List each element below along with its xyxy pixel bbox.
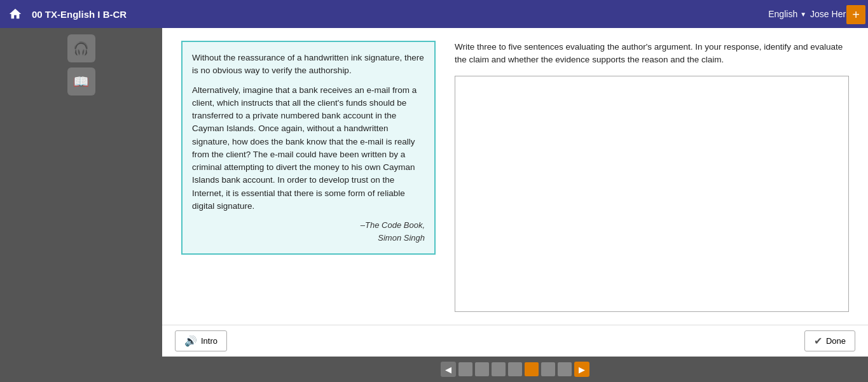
pagination-dot-2[interactable]: [492, 362, 506, 376]
dictionary-button[interactable]: 📖: [67, 67, 95, 96]
passage-attribution: –The Code Book, Simon Singh: [192, 219, 425, 244]
done-button[interactable]: ✔ Done: [804, 330, 855, 351]
check-icon: ✔: [814, 335, 822, 347]
done-label: Done: [826, 336, 846, 346]
reading-passage: Without the reassurance of a handwritten…: [181, 41, 436, 312]
prompt-instruction: Write three to five sentences evaluating…: [455, 41, 849, 67]
attribution-line1: –The Code Book,: [192, 219, 425, 232]
pagination-bar: ◀ ▶: [162, 357, 868, 382]
passage-paragraph2: Alternatively, imagine that a bank recei…: [192, 84, 425, 213]
language-selector[interactable]: English ▼: [768, 9, 806, 19]
pagination-dot-0[interactable]: [458, 362, 472, 376]
writing-prompt: Write three to five sentences evaluating…: [455, 41, 849, 312]
attribution-line2: Simon Singh: [192, 232, 425, 244]
passage-paragraph1: Without the reassurance of a handwritten…: [192, 52, 425, 78]
response-textarea[interactable]: [455, 76, 849, 313]
pagination-dot-3[interactable]: [508, 362, 522, 376]
plus-button[interactable]: +: [846, 5, 865, 24]
pagination-dot-1[interactable]: [475, 362, 489, 376]
pagination-dot-5[interactable]: [541, 362, 555, 376]
content-area: Without the reassurance of a handwritten…: [162, 28, 868, 382]
home-icon[interactable]: [6, 5, 24, 23]
top-navigation: 00 TX-English I B-CR English ▼ Jose Herr…: [0, 0, 868, 28]
passage-box: Without the reassurance of a handwritten…: [181, 41, 436, 255]
main-area: 🎧 📖 Without the reassurance of a handwri…: [0, 28, 868, 382]
bottom-toolbar: 🔊 Intro ✔ Done: [162, 325, 868, 357]
pagination-dot-6[interactable]: [558, 362, 572, 376]
intro-label: Intro: [201, 336, 217, 346]
pagination-next-arrow[interactable]: ▶: [574, 362, 589, 377]
pagination-prev-arrow[interactable]: ◀: [441, 362, 456, 377]
main-panel: Without the reassurance of a handwritten…: [162, 28, 868, 325]
sidebar: 🎧 📖: [0, 28, 162, 382]
headphone-button[interactable]: 🎧: [67, 34, 95, 62]
pagination-dot-4[interactable]: [525, 362, 539, 376]
speaker-icon: 🔊: [184, 335, 197, 347]
intro-button[interactable]: 🔊 Intro: [175, 330, 227, 351]
language-label: English: [768, 9, 797, 19]
panel-body: Without the reassurance of a handwritten…: [181, 41, 849, 312]
chevron-down-icon: ▼: [800, 11, 806, 18]
page-title: 00 TX-English I B-CR: [32, 9, 127, 20]
plus-icon: +: [852, 8, 860, 22]
